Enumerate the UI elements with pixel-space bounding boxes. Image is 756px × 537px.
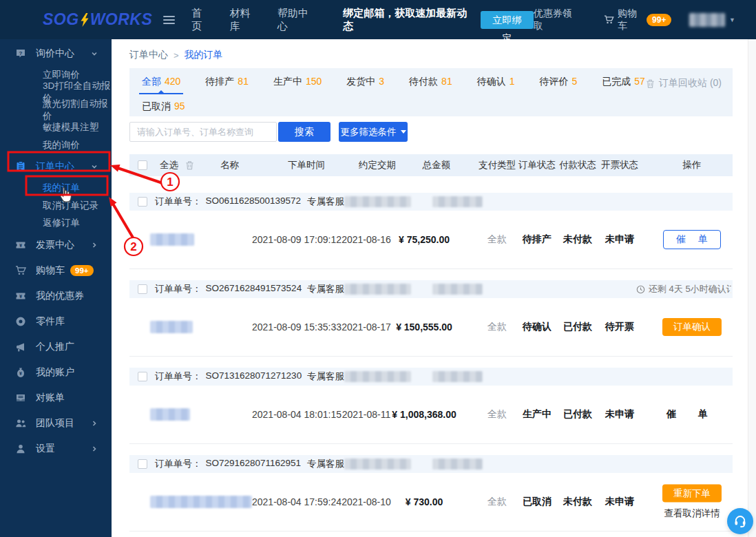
promo-icon: [15, 341, 26, 352]
order-row: 2021-08-04 18:01:152021-08-11¥ 1,008,368…: [129, 386, 733, 443]
svg-text:¥: ¥: [19, 370, 22, 375]
search-input[interactable]: [129, 122, 277, 142]
tab-count: 3: [379, 76, 384, 88]
sidebar-item-my-orders[interactable]: 我的订单: [0, 180, 112, 198]
sidebar-item-cart[interactable]: 购物车99+: [0, 257, 112, 283]
team-icon: [15, 418, 26, 429]
urge-order-link[interactable]: 催 单: [666, 408, 717, 419]
tab-pending-confirm[interactable]: 待确认1: [477, 76, 515, 94]
tab-label: 已完成: [602, 76, 631, 88]
user-name-blur[interactable]: [689, 13, 725, 27]
navbar-right: 优惠券领取 购物车 99+ ▼: [534, 8, 735, 32]
order-checkbox[interactable]: [138, 372, 147, 381]
tab-all[interactable]: 全部420: [142, 76, 180, 94]
orders-icon: [15, 161, 26, 172]
pay-status: 未付款: [555, 496, 600, 508]
more-filters-button[interactable]: 更多筛选条件: [339, 122, 408, 142]
statement-icon: [15, 392, 26, 403]
customer-service-blur: [344, 196, 411, 207]
sidebar-item-personal-promotion[interactable]: 个人推广: [0, 334, 112, 359]
order-time: 2021-08-04 18:01:15: [251, 409, 343, 420]
chevron-right-icon: [91, 242, 98, 249]
invoice-status: 未申请: [598, 233, 642, 246]
sidebar-item-parts-library[interactable]: 零件库: [0, 308, 112, 334]
nav-link-help-center[interactable]: 帮助中心: [277, 7, 315, 33]
view-cancel-details-link[interactable]: 查看取消详情: [664, 507, 720, 520]
order-checkbox[interactable]: [138, 284, 147, 294]
reorder-button[interactable]: 重新下单: [662, 485, 722, 503]
pay-status: 已付款: [555, 321, 600, 333]
nav-link-materials[interactable]: 材料库: [230, 7, 258, 33]
cart-link[interactable]: 购物车 99+: [604, 8, 671, 32]
tab-to-schedule[interactable]: 待排产81: [205, 76, 249, 94]
invoice-status: 待开票: [598, 321, 642, 333]
parts-icon: [15, 316, 26, 327]
order-time: 2021-08-04 17:59:24: [251, 496, 343, 507]
pay-type: 全款: [475, 233, 519, 246]
tab-shipping[interactable]: 发货中3: [346, 76, 384, 94]
recycle-bin-link[interactable]: 订单回收站 (0): [645, 77, 722, 90]
table-header: 全选 名称 下单时间 约定交期 总金额 支付类型 订单状态 付款状态 开票状态 …: [129, 154, 733, 176]
delete-selected-icon[interactable]: [185, 160, 195, 171]
urge-order-button[interactable]: 催 单: [663, 230, 721, 249]
order-amount: ¥ 150,555.00: [381, 322, 467, 333]
sidebar-item-label: 返修订单: [43, 217, 80, 229]
sidebar-item-my-account[interactable]: ¥我的账户: [0, 359, 112, 385]
order-time: 2021-08-09 15:35:33: [251, 322, 343, 333]
chevron-down-icon: [91, 50, 98, 57]
select-all-checkbox[interactable]: [138, 160, 147, 170]
sidebar-item-rework-orders[interactable]: 返修订单: [0, 215, 112, 233]
search-button[interactable]: 搜索: [278, 122, 330, 142]
chat-support-button[interactable]: [727, 508, 753, 534]
top-navbar: SOG WORKS 首页材料库帮助中心 绑定邮箱，获取速加最新动态 立即绑定 优…: [0, 0, 756, 39]
sidebar-item-my-inquiries[interactable]: 我的询价: [0, 136, 112, 154]
sidebar-item-statements[interactable]: 对账单: [0, 385, 112, 410]
order-number-label: 订单单号：: [155, 283, 202, 295]
select-all-label[interactable]: 全选: [160, 159, 178, 171]
column-header-action: 操作: [651, 159, 733, 171]
sidebar-item-cancelled-order-records[interactable]: 取消订单记录: [0, 197, 112, 215]
order-number-label: 订单单号：: [155, 370, 202, 383]
trash-icon: [645, 78, 655, 89]
order-status: 生产中: [514, 408, 560, 421]
confirm-order-button[interactable]: 订单确认: [662, 318, 722, 336]
order-checkbox[interactable]: [138, 459, 147, 469]
tab-label: 待确认: [477, 76, 506, 88]
action-column: 重新下单查看取消详情: [651, 485, 733, 520]
account-icon: ¥: [15, 367, 26, 378]
order-name-blur: [150, 321, 193, 333]
sidebar-item-label: 设置: [36, 443, 55, 455]
sidebar-item-inquiry-center[interactable]: ?询价中心: [0, 41, 112, 66]
tab-count: 57: [634, 76, 645, 88]
tab-completed[interactable]: 已完成57: [602, 76, 645, 94]
chevron-right-icon: [91, 445, 98, 452]
nav-link-home[interactable]: 首页: [191, 7, 211, 33]
sidebar-item-order-center[interactable]: 订单中心: [0, 154, 112, 180]
confirm-countdown: 还剩 4天 5小时确认订: [636, 283, 731, 295]
order-status-tabs-panel: 全部420待排产81生产中150发货中3待付款81待确认1待评价5已完成57 已…: [129, 68, 733, 116]
breadcrumb-parent[interactable]: 订单中心: [129, 49, 168, 61]
tab-cancelled[interactable]: 已取消95: [142, 101, 185, 119]
tab-count: 81: [441, 76, 452, 88]
vertical-scrollbar[interactable]: [748, 39, 756, 537]
coupon-claim-link[interactable]: 优惠券领取: [534, 8, 578, 32]
sidebar-item-team-projects[interactable]: 团队项目: [0, 410, 112, 436]
sidebar-item-settings[interactable]: 设置: [0, 436, 112, 461]
hamburger-menu-icon[interactable]: [163, 16, 175, 24]
order-checkbox[interactable]: [138, 197, 147, 207]
sidebar-item-my-coupons[interactable]: ¥我的优惠券: [0, 283, 112, 308]
user-menu-caret-icon[interactable]: ▼: [729, 17, 735, 23]
tab-pending-review[interactable]: 待评价5: [539, 76, 577, 94]
sidebar-item-label: 我的订单: [43, 182, 80, 194]
bind-now-button[interactable]: 立即绑定: [481, 11, 534, 29]
order-group: 订单单号：SO0611628500139572专属客服：2021-08-09 1…: [129, 193, 733, 269]
sidebar-item-mold-injection[interactable]: 敏捷模具注塑: [0, 119, 112, 137]
order-number-label: 订单单号：: [155, 196, 202, 208]
column-header-pay-status: 付款状态: [555, 159, 600, 171]
column-header-name: 名称: [220, 159, 239, 171]
tab-in-production[interactable]: 生产中150: [273, 76, 322, 94]
sidebar-item-invoice-center[interactable]: ¥发票中心: [0, 232, 112, 257]
tab-pending-payment[interactable]: 待付款81: [409, 76, 452, 94]
order-amount: ¥ 75,250.00: [381, 234, 467, 245]
sidebar-item-laser-cut-quote[interactable]: 激光切割自动报价: [0, 101, 112, 119]
